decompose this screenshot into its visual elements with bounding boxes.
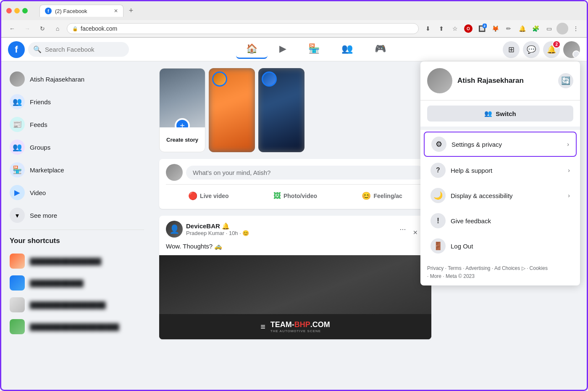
groups-sidebar-icon: 👥 (10, 140, 25, 155)
privacy-link[interactable]: Privacy (427, 265, 444, 271)
sidebar-item-marketplace[interactable]: 🏪 Marketplace (5, 159, 149, 181)
feeling-icon: 😊 (362, 191, 371, 201)
facebook-logo[interactable]: f (8, 41, 25, 58)
shortcut-label-1: ████████████████ (30, 258, 101, 265)
question-icon: ? (436, 166, 440, 174)
cookies-link[interactable]: Cookies (530, 265, 548, 271)
browser-chrome: f (2) Facebook ✕ + ← → ↻ ⌂ 🔒 facebook.co… (1, 1, 587, 38)
shortcut-item-2[interactable]: ████████████ (5, 272, 149, 294)
back-button[interactable]: ← (6, 23, 18, 34)
logout-item[interactable]: 🚪 Log Out (424, 234, 577, 258)
browser-tab-facebook[interactable]: f (2) Facebook ✕ (39, 5, 123, 17)
advertising-link[interactable]: Advertising (465, 265, 490, 271)
browser-profile-button[interactable] (556, 23, 568, 34)
extensions-button[interactable]: 🧩 (530, 23, 541, 34)
apps-button[interactable]: ⊞ (503, 41, 520, 58)
story-card-2[interactable] (209, 68, 255, 152)
whats-on-your-mind-input[interactable]: What's on your mind, Atish? (186, 166, 425, 180)
sidebar-item-user[interactable]: Atish Rajasekharan (5, 68, 149, 90)
extension-icon-2[interactable]: 🦊 (489, 23, 501, 34)
create-story-card[interactable]: + Create story (159, 68, 205, 152)
extension-icon-4[interactable]: 🔔 (516, 23, 528, 34)
user-avatar (10, 71, 25, 87)
browser-menu-button[interactable]: ⋮ (570, 23, 582, 34)
account-menu-button[interactable] (563, 41, 580, 58)
friends-icon: 👥 (10, 94, 25, 109)
refresh-button[interactable]: ↻ (37, 23, 48, 34)
profile-settings-icon-btn[interactable]: 🔄 (558, 73, 573, 88)
search-box[interactable]: 🔍 (28, 42, 129, 57)
refresh-profile-icon: 🔄 (561, 76, 570, 85)
privacy-icon: 😊 (242, 230, 249, 236)
create-story-label: Create story (165, 137, 200, 143)
share-icon[interactable]: ⬆ (436, 23, 447, 34)
stories-row: + Create story (159, 68, 431, 152)
display-accessibility-icon: 🌙 (430, 188, 446, 203)
ad-choices-link[interactable]: Ad Choices ▷ (494, 265, 525, 271)
address-url: facebook.com (81, 25, 117, 32)
shortcuts-header: Your shortcuts (5, 233, 149, 248)
give-feedback-item[interactable]: ! Give feedback (424, 209, 577, 232)
sidebar-item-video[interactable]: ▶ Video (5, 182, 149, 203)
nav-marketplace[interactable]: 🏪 (298, 40, 330, 59)
close-window-button[interactable] (6, 8, 12, 13)
messenger-button[interactable]: 💬 (523, 41, 540, 58)
address-bar[interactable]: 🔒 facebook.com (67, 23, 419, 34)
shortcut-item-3[interactable]: █████████████████ (5, 294, 149, 316)
tab-bar: f (2) Facebook ✕ + (34, 5, 582, 17)
extension-icon-1[interactable]: 🔲 2 (476, 23, 488, 34)
post-more-button[interactable]: ··· (396, 222, 410, 236)
sidebar-video-label: Video (30, 189, 46, 196)
post-text: Wow. Thoughts? 🚕 (159, 243, 431, 255)
home-button[interactable]: ⌂ (52, 23, 63, 34)
feeling-label: Feeling/ac (373, 193, 402, 199)
story-card-3[interactable] (258, 68, 304, 152)
gaming-icon: 🎮 (375, 43, 386, 54)
notifications-button[interactable]: 🔔 2 (543, 41, 560, 58)
adblocker-icon[interactable]: O (462, 23, 474, 34)
sidebar-item-feeds[interactable]: 📰 Feeds (5, 114, 149, 135)
bookmark-icon[interactable]: ☆ (449, 23, 461, 34)
team-bhp-logo-bar: ≡ TEAM- BHP .COM THE AUTOMOTIVE SCENE (159, 314, 431, 339)
more-link[interactable]: More (430, 273, 441, 279)
nav-groups[interactable]: 👥 (331, 40, 363, 59)
facebook-app: f 🔍 🏠 ▶ 🏪 👥 🎮 ⊞ (1, 38, 587, 378)
sidebar-groups-label: Groups (30, 144, 50, 151)
switch-button[interactable]: 👥 Switch (427, 106, 573, 122)
help-support-item[interactable]: ? Help & support › (424, 159, 577, 182)
split-screen-icon[interactable]: ▭ (543, 23, 555, 34)
nav-home[interactable]: 🏠 (236, 40, 268, 59)
shortcut-item-1[interactable]: ████████████████ (5, 250, 149, 272)
create-story-image: + (160, 69, 205, 127)
hamburger-icon: ≡ (260, 322, 265, 332)
maximize-window-button[interactable] (22, 8, 28, 13)
messenger-icon: 💬 (527, 45, 536, 54)
nav-gaming[interactable]: 🎮 (365, 40, 396, 59)
shortcut-label-3: █████████████████ (30, 301, 106, 309)
post-box-top: What's on your mind, Atish? (166, 164, 425, 181)
sidebar-item-groups[interactable]: 👥 Groups (5, 136, 149, 158)
tab-close-button[interactable]: ✕ (114, 8, 118, 14)
settings-privacy-item[interactable]: ⚙ Settings & privacy › (424, 132, 577, 157)
live-video-button[interactable]: 🔴 Live video (166, 188, 251, 204)
groups-icon: 👥 (341, 43, 353, 54)
sidebar-see-more[interactable]: ▾ See more (5, 204, 149, 226)
download-icon[interactable]: ⬇ (422, 23, 434, 34)
forward-button[interactable]: → (21, 23, 33, 34)
feeling-activity-button[interactable]: 😊 Feeling/ac (339, 188, 425, 204)
team-bhp-text-2: .COM (310, 320, 330, 329)
new-tab-button[interactable]: + (125, 5, 137, 17)
search-input[interactable] (45, 46, 124, 53)
shortcut-item-4[interactable]: ████████████████████ (5, 316, 149, 338)
post-box: What's on your mind, Atish? 🔴 Live video… (159, 159, 431, 209)
minimize-window-button[interactable] (14, 8, 20, 13)
extension-icon-3[interactable]: ✏ (503, 23, 514, 34)
post-close-button[interactable]: ✕ (410, 227, 421, 238)
notification-badge: 2 (552, 40, 561, 48)
story-avatar-2 (212, 71, 227, 87)
sidebar-item-friends[interactable]: 👥 Friends (5, 91, 149, 113)
photo-video-button[interactable]: 🖼 Photo/video (253, 188, 338, 204)
terms-link[interactable]: Terms (448, 265, 462, 271)
display-accessibility-item[interactable]: 🌙 Display & accessibility › (424, 184, 577, 207)
nav-video[interactable]: ▶ (269, 40, 297, 59)
